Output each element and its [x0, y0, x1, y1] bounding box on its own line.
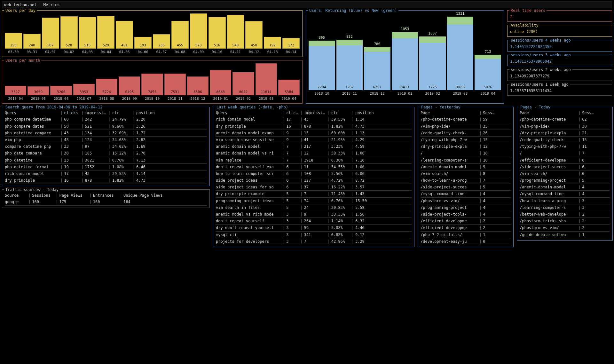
table-row: /vim-search/|6: [520, 170, 610, 177]
bar-category: 2019-02: [419, 91, 446, 96]
bar-column: 74552018-10: [141, 74, 163, 101]
bar-column: 32662018-06: [50, 86, 72, 101]
table-row: /programming-project|5: [520, 177, 610, 184]
bar-value: 240: [29, 43, 35, 49]
cell: 43: [85, 171, 107, 176]
cell: /anemic-domain-model: [520, 185, 577, 190]
bar-category: 04-14: [282, 50, 300, 55]
bar-column: 80222019-02: [232, 72, 254, 101]
panel-availability: Availability online (200): [507, 25, 612, 36]
cell: 521: [85, 124, 107, 129]
cell: 15: [304, 131, 326, 136]
cell: /typing-with-php-7-w: [520, 144, 577, 149]
bar-category: 04-13: [264, 50, 281, 55]
cell: 175: [59, 199, 88, 204]
bar: 516: [209, 17, 226, 49]
cell: 1.00: [355, 151, 374, 156]
cell: 59: [304, 225, 326, 230]
cell: 6: [582, 158, 595, 163]
bar-column: 78662572018-12: [364, 42, 390, 97]
bar-category: 2019-01: [210, 97, 231, 101]
ratio-value: 1.1401175378905042: [510, 58, 609, 64]
bar: 253: [5, 33, 22, 49]
bar-segment-new: [419, 36, 446, 43]
cell: 9.60%: [112, 124, 131, 129]
cell: 6: [286, 185, 299, 190]
panel-users-per-month: Users per month 33272018-0430592018-0532…: [2, 60, 303, 104]
bar-column: 110142019-03: [256, 63, 277, 101]
cell: /programming-project: [520, 178, 577, 183]
chart-users-per-day: 25303-3024003-3150704-0152804-0251504-03…: [5, 13, 300, 55]
table-row: php compare datetime|60|242|24.79%|2.20: [5, 116, 207, 123]
bar-value-returning: 7204: [318, 85, 326, 91]
cell: 1918: [304, 158, 326, 163]
bar-value: 236: [158, 43, 165, 49]
bar: 3327: [5, 86, 26, 95]
cell: 50: [64, 124, 80, 129]
table-row: mysql cli|3|341|0.88%|9.12: [216, 232, 412, 238]
cell: anemic model vs rich mode: [216, 212, 281, 217]
bar-value: 7455: [148, 90, 157, 95]
cell: 6: [582, 164, 595, 170]
cell: 6.76%: [331, 198, 350, 203]
cell: 19: [64, 164, 80, 170]
cell: 7: [286, 158, 299, 163]
cell: 3: [582, 205, 595, 210]
col-unique-pageviews: Unique Page Views: [123, 193, 165, 198]
bar-category: 2018-06: [50, 97, 72, 101]
bar-column: 100777252019-02: [419, 31, 446, 97]
cell: rich domain model: [216, 117, 281, 122]
bar-value: 5724: [102, 90, 111, 95]
table-header: Page| Sessions: [421, 110, 511, 116]
cell: 5.08%: [331, 225, 350, 230]
col-sessions: Sessions: [32, 193, 54, 198]
panel-sessions-users-ratio: sessions/users 3 weeks ago1.140117537890…: [507, 55, 612, 66]
bar-value: 6495: [125, 90, 134, 95]
bar: 573: [190, 13, 207, 49]
table-row: rich domain model|17|43|39.53%|1.14: [5, 170, 207, 177]
cell: 62: [582, 117, 595, 122]
cell: 4.73: [355, 124, 374, 129]
table-row: /vim-php-ide/|30: [520, 123, 610, 130]
cell: 5: [286, 205, 299, 210]
bar-column: 86572042018-10: [309, 36, 335, 97]
bar-category: 04-07: [153, 50, 170, 55]
cell: 1.08%: [112, 164, 131, 170]
cell: 108: [304, 171, 326, 176]
cell: 11: [582, 144, 595, 149]
table-row: how to learn computer sci|6|108|5.56%|6.…: [216, 170, 412, 177]
cell: 16.22%: [331, 185, 350, 190]
bar-category: 2019-03: [256, 97, 277, 101]
cell: 9: [304, 212, 326, 217]
cell: 33: [64, 144, 80, 149]
cell: 30: [582, 124, 595, 129]
bar: 7531: [164, 74, 186, 95]
bar: 8683: [210, 70, 231, 95]
cell: 9.12: [355, 232, 374, 237]
table-row: don't repeat yourself exa|6|11|54.55%|1.…: [216, 164, 412, 170]
cell: 4: [582, 185, 595, 190]
bar-value: 528: [66, 43, 72, 49]
cell: 2: [582, 218, 595, 224]
bar-value: 548: [232, 43, 239, 49]
bar-column: 64952018-09: [119, 76, 140, 101]
cell: 5: [582, 178, 595, 183]
cell: 185: [85, 151, 107, 156]
table-row: vim replace|7|1918|0.36%|7.16: [216, 157, 412, 164]
bar-value-new: 1007: [419, 31, 446, 36]
cell: mysql cli: [216, 232, 281, 237]
bar: 5384: [278, 80, 300, 95]
bar-segment-new: [447, 17, 474, 25]
table-row: /learning-computer-s|10: [421, 157, 511, 164]
bar: 3953: [73, 84, 95, 95]
table-row: programming project ideas|5|74|6.76%|15.…: [216, 198, 412, 204]
cell: 17: [64, 171, 80, 176]
panel-title: Pages - Yesterday: [420, 105, 462, 110]
col-entrances: Entrances: [93, 193, 119, 198]
table-row: /efficient-developme|2: [421, 218, 511, 225]
cell: 1.14: [136, 171, 155, 176]
table-row: /phpstorm-vs-vim/|2: [520, 225, 610, 231]
table-header: Query| clicks| impressions| ctr| positio…: [5, 110, 207, 116]
cell: 35: [483, 124, 496, 129]
cell: 54.55%: [331, 164, 350, 170]
